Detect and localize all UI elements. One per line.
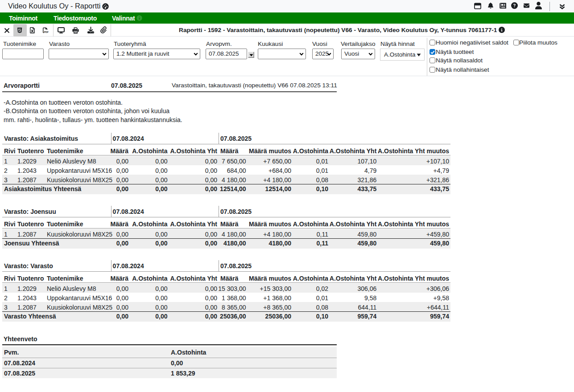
svg-text:PDF: PDF xyxy=(44,31,49,33)
